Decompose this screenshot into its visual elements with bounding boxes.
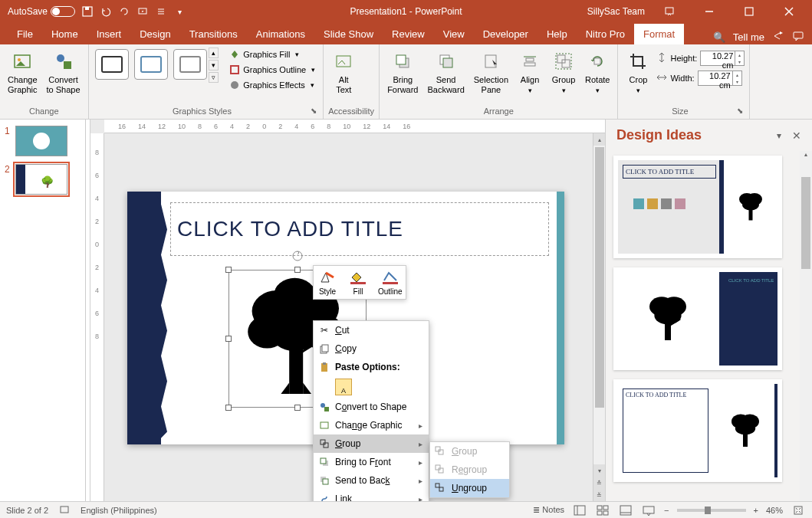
reading-view-icon[interactable] (618, 504, 633, 516)
zoom-in-icon[interactable]: + (754, 506, 758, 515)
redo-icon[interactable] (118, 5, 130, 18)
list-icon[interactable] (155, 5, 167, 18)
ctx-copy[interactable]: Copy (314, 339, 429, 358)
slide-thumb-2[interactable]: 🌳 (15, 164, 67, 195)
copy-icon (318, 343, 330, 355)
ctx-send-back[interactable]: Send to Back▸ (314, 471, 429, 490)
tab-transitions[interactable]: Transitions (180, 24, 247, 44)
height-input[interactable]: 10.27 cm▴▾ (700, 51, 745, 66)
sorter-view-icon[interactable] (595, 504, 610, 516)
svg-rect-53 (323, 479, 328, 484)
style-gallery-more-icon[interactable]: ▿ (209, 72, 219, 83)
ctx-link[interactable]: Link▸ (314, 490, 429, 501)
design-idea-1[interactable]: CLICK TO ADD TITLE (613, 156, 782, 258)
style-thumb-1[interactable] (95, 49, 129, 80)
tab-file[interactable]: File (8, 24, 42, 44)
autosave-toggle[interactable]: AutoSave (8, 6, 75, 17)
zoom-level[interactable]: 46% (766, 506, 783, 515)
tell-me[interactable]: Tell me (733, 31, 764, 43)
style-thumb-2[interactable] (134, 49, 168, 80)
maximize-icon[interactable] (734, 0, 764, 23)
tab-slideshow[interactable]: Slide Show (314, 24, 383, 44)
graphics-fill-button[interactable]: Graphics Fill▾ (226, 48, 318, 61)
tab-animations[interactable]: Animations (247, 24, 314, 44)
share-icon[interactable] (772, 30, 784, 44)
tab-format[interactable]: Format (634, 24, 684, 44)
tab-help[interactable]: Help (537, 24, 577, 44)
ctx-paste-as-picture[interactable]: A (314, 376, 429, 398)
fit-to-window-icon[interactable] (791, 504, 806, 516)
selection-pane-button[interactable]: Selection Pane (471, 48, 511, 97)
notes-button[interactable]: ≣ Notes (533, 505, 564, 515)
slide-thumb-1[interactable] (15, 126, 67, 156)
styles-dialog-launcher-icon[interactable]: ⬊ (311, 107, 317, 115)
design-ideas-pane: Design Ideas ▾ ✕ CLICK TO ADD TITLE CLIC… (605, 120, 812, 501)
close-icon[interactable] (774, 0, 804, 23)
minimize-icon[interactable] (694, 0, 725, 23)
ctx-bring-front[interactable]: Bring to Front▸ (314, 453, 429, 471)
undo-icon[interactable] (100, 5, 112, 18)
graphics-outline-button[interactable]: Graphics Outline▾ (226, 63, 318, 77)
qat-customize-icon[interactable]: ▾ (173, 5, 186, 18)
width-input[interactable]: 10.27 cm▴▾ (698, 70, 742, 86)
ctx-convert-shape[interactable]: Convert to Shape (314, 398, 429, 416)
ruler-vertical: 864202468 (90, 133, 104, 501)
language-indicator[interactable]: English (Philippines) (81, 506, 157, 515)
slide-counter[interactable]: Slide 2 of 2 (6, 506, 48, 515)
tab-home[interactable]: Home (42, 24, 87, 44)
tab-nitro[interactable]: Nitro Pro (577, 24, 634, 44)
canvas-area[interactable]: 1614121086420246810121416 864202468 CLIC… (90, 120, 605, 501)
ctx-group[interactable]: Group▸ (314, 434, 429, 453)
slideshow-view-icon[interactable] (641, 504, 656, 516)
sub-ungroup[interactable]: Ungroup (430, 479, 509, 497)
ribbon-options-icon[interactable] (654, 0, 685, 23)
svg-rect-48 (321, 440, 325, 444)
change-graphic-button[interactable]: Change Graphic (5, 48, 41, 97)
presentation-icon[interactable] (136, 5, 149, 18)
mini-outline-button[interactable]: Outline (378, 269, 403, 296)
alt-text-button[interactable]: Alt Text (328, 48, 359, 97)
tab-insert[interactable]: Insert (87, 24, 131, 44)
ctx-change-graphic[interactable]: Change Graphic▸ (314, 416, 429, 434)
tab-developer[interactable]: Developer (474, 24, 537, 44)
align-button[interactable]: Align▾ (514, 48, 545, 97)
tab-design[interactable]: Design (130, 24, 179, 44)
search-icon[interactable]: 🔍 (713, 31, 725, 43)
ctx-cut[interactable]: ✂Cut (314, 321, 429, 339)
svg-rect-30 (594, 58, 600, 64)
normal-view-icon[interactable] (572, 504, 587, 516)
rotate-handle-icon[interactable] (291, 250, 304, 262)
title-placeholder[interactable]: CLICK TO ADD TITLE (170, 202, 549, 256)
design-idea-3[interactable]: CLICK TO ADD TITLE (613, 379, 782, 482)
design-idea-2[interactable]: CLICK TO ADD TITLE (613, 267, 782, 370)
style-gallery-down-icon[interactable]: ▾ (209, 60, 219, 70)
tab-review[interactable]: Review (383, 24, 434, 44)
send-backward-button[interactable]: Send Backward (424, 48, 467, 97)
account-name[interactable]: SillySac Team (587, 6, 645, 17)
size-dialog-launcher-icon[interactable]: ⬊ (737, 107, 743, 115)
rotate-button[interactable]: Rotate▾ (582, 48, 613, 97)
vertical-scrollbar[interactable]: ▴ ▾ ≛ ≚ (593, 133, 605, 501)
svg-rect-22 (443, 58, 452, 67)
group-arrange-label: Arrange (384, 105, 613, 117)
style-thumb-3[interactable] (173, 49, 207, 80)
graphics-effects-button[interactable]: Graphics Effects▾ (226, 78, 318, 92)
design-scrollbar[interactable]: ▴ (800, 151, 812, 501)
mini-style-button[interactable]: Style (317, 269, 338, 296)
design-pane-close-icon[interactable]: ✕ (792, 130, 801, 142)
mini-outline-icon (380, 269, 401, 286)
svg-rect-40 (383, 282, 398, 284)
crop-button[interactable]: Crop▾ (623, 48, 653, 97)
mini-fill-button[interactable]: Fill (347, 269, 369, 296)
group-button[interactable]: Group▾ (548, 48, 579, 97)
bring-forward-button[interactable]: Bring Forward (384, 48, 421, 97)
design-pane-dropdown-icon[interactable]: ▾ (777, 130, 781, 141)
zoom-slider[interactable] (677, 509, 746, 512)
tab-view[interactable]: View (434, 24, 474, 44)
style-gallery-up-icon[interactable]: ▴ (209, 48, 219, 58)
comments-icon[interactable] (792, 30, 804, 44)
spellcheck-icon[interactable] (59, 504, 70, 516)
convert-to-shape-button[interactable]: Convert to Shape (44, 48, 84, 97)
save-icon[interactable] (81, 5, 94, 18)
zoom-out-icon[interactable]: − (664, 506, 669, 515)
